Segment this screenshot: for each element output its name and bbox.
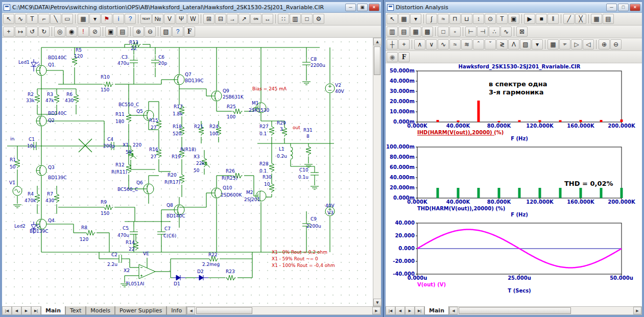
R10-symbol[interactable] — [103, 82, 113, 87]
jump-node-icon[interactable]: ↗ — [238, 14, 250, 24]
info-mode-icon[interactable]: i — [113, 14, 124, 24]
scroll-right-button[interactable]: ▶ — [633, 307, 641, 314]
gnd1-symbol[interactable] — [13, 205, 21, 208]
flag-mode-icon[interactable]: ⚑ — [101, 14, 112, 24]
R31-symbol[interactable] — [306, 145, 311, 156]
hatch-grid-icon[interactable]: ▦ — [410, 27, 421, 37]
tab-text[interactable]: Text — [65, 306, 86, 315]
slope-tool-icon[interactable]: ╱ — [563, 14, 575, 24]
waveform-tool-icon[interactable]: ≈ — [438, 14, 449, 24]
bottom-tool-icon[interactable]: ˇ — [485, 39, 496, 50]
R7-symbol[interactable] — [54, 193, 59, 203]
data-points-icon[interactable]: ∴ — [489, 27, 500, 37]
graphics-mode-icon[interactable]: ▭ — [62, 14, 73, 24]
schematic-drawing[interactable]: R1322R5120C3470uC620pC82200uLed1BD140CQ1… — [2, 38, 373, 306]
font-button-icon[interactable]: F — [184, 27, 195, 37]
ihd-spectrum-chart[interactable]: Hawksford_2SK1530-2SJ201_Rvariable.CIR50… — [386, 63, 639, 142]
probe-tool-icon[interactable]: ⊙ — [485, 14, 496, 24]
close-button[interactable]: × — [630, 4, 640, 11]
R23-symbol[interactable] — [226, 275, 236, 280]
properties-icon[interactable]: ▣ — [508, 14, 519, 24]
gnd4-symbol[interactable] — [311, 186, 319, 189]
tab-main[interactable]: Main — [41, 306, 65, 315]
go-to-flag-icon[interactable]: → — [227, 14, 238, 24]
numeric-grid-icon[interactable]: ▤ — [603, 14, 614, 24]
split-window-icon[interactable]: ▥ — [290, 14, 301, 24]
show-voltages-icon[interactable]: V — [164, 14, 175, 24]
zoom-in-icon[interactable]: ⊕ — [133, 27, 144, 37]
hatch-dense-icon[interactable]: ▩ — [422, 27, 433, 37]
prev-tab-button[interactable]: ◀ — [395, 306, 405, 315]
V2-symbol[interactable] — [325, 84, 335, 93]
horizontal-scroll-thumb[interactable] — [459, 307, 571, 314]
C8-symbol[interactable] — [302, 57, 311, 69]
diagonal-wire-mode-icon[interactable]: ╲ — [50, 14, 61, 24]
gnd3-symbol[interactable] — [302, 82, 311, 85]
next-tab-button[interactable]: ▶ — [405, 306, 415, 315]
wave-double-icon[interactable]: ≈ — [449, 39, 461, 50]
Q3-symbol[interactable] — [36, 165, 46, 176]
error-marker-icon[interactable]: ! — [78, 27, 89, 37]
help-mode-icon[interactable]: ? — [125, 14, 136, 24]
output-waveform-chart[interactable]: 40.00020.0000.000-20.000-40.0000.000u25.… — [386, 218, 639, 295]
text-mode-icon[interactable]: T — [27, 14, 38, 24]
hatch-vertical-icon[interactable]: ▥ — [387, 27, 398, 37]
Q6-symbol[interactable] — [144, 184, 154, 194]
horizontal-scroll-thumb[interactable] — [196, 307, 252, 314]
envelope-tool-icon[interactable]: ≷ — [496, 39, 508, 50]
wave-triple-icon[interactable]: ≋ — [461, 39, 472, 50]
valley-tool-icon[interactable]: ∨ — [426, 39, 437, 50]
paste-picture-icon[interactable]: ▤ — [117, 27, 128, 37]
R11-symbol[interactable] — [126, 113, 131, 123]
tab-info[interactable]: Info — [166, 306, 186, 315]
component-dropdown-icon[interactable]: ▾ — [89, 14, 101, 24]
stop-button-icon[interactable]: ■ — [536, 14, 547, 24]
add-part-icon[interactable]: ⊞ — [203, 14, 214, 24]
color-palette-icon[interactable]: ▧ — [520, 39, 531, 50]
scope-tool-icon[interactable]: ⊓ — [449, 14, 461, 24]
wave-sine-icon[interactable]: ∿ — [438, 39, 449, 50]
grid-toggle-icon[interactable]: ∷ — [278, 14, 289, 24]
C5-symbol[interactable] — [130, 227, 138, 239]
cursor-right-icon[interactable]: ⊣ — [477, 27, 488, 37]
select-arrow-icon[interactable]: ↖ — [387, 14, 398, 24]
Q7-symbol[interactable] — [174, 75, 184, 85]
node-numbers-icon[interactable]: № — [152, 14, 163, 24]
palette-dropdown-icon[interactable]: ▾ — [532, 39, 543, 50]
limits-tool-icon[interactable]: ⊔ — [461, 14, 472, 24]
last-tab-button[interactable]: ▶| — [415, 306, 424, 315]
C3-symbol[interactable] — [130, 55, 138, 67]
prev-tab-button[interactable]: ◀ — [12, 306, 21, 315]
maximize-button[interactable]: □ — [618, 4, 629, 11]
copy-picture-icon[interactable]: ▣ — [105, 27, 116, 37]
tab-models[interactable]: Models — [86, 306, 115, 315]
component-picker-icon[interactable]: ▦ — [398, 14, 410, 24]
minimize-button[interactable]: ─ — [606, 4, 617, 11]
schematic-canvas[interactable]: R1322R5120C3470uC620pC82200uLed1BD140CQ1… — [2, 38, 373, 306]
cursor-left-icon[interactable]: ⊢ — [465, 27, 476, 37]
remove-part-icon[interactable]: ⊟ — [215, 14, 226, 24]
vertical-scroll-thumb[interactable] — [374, 46, 380, 75]
run-button-icon[interactable]: ▶ — [524, 14, 535, 24]
select-arrow-icon[interactable]: ↖ — [3, 14, 14, 24]
horizontal-cursor-icon[interactable]: ┼ — [387, 39, 398, 50]
go-prev-peak-icon[interactable]: ◁ — [583, 39, 594, 50]
sphere-3d-icon[interactable]: ◉ — [387, 52, 398, 62]
restore-button[interactable]: ▣ — [357, 4, 368, 11]
D2-symbol[interactable] — [196, 275, 208, 280]
ortho-wire-mode-icon[interactable]: ⌐ — [38, 14, 50, 24]
spectrum-tool-icon[interactable]: Λ — [508, 39, 519, 50]
pause-button-icon[interactable]: ‖ — [547, 14, 559, 24]
wire-mode-icon[interactable]: ∿ — [15, 14, 26, 24]
next-tab-button[interactable]: ▶ — [21, 306, 31, 315]
V1-symbol[interactable] — [13, 186, 22, 196]
curve-tag-icon[interactable]: ∿ — [500, 27, 512, 37]
C10-symbol[interactable] — [311, 167, 319, 180]
text-stamp-icon[interactable]: TEXT — [140, 14, 152, 24]
dashed-box-icon[interactable]: ▫ — [449, 27, 461, 37]
clear-errors-icon[interactable]: ⊘ — [89, 27, 101, 37]
last-tab-button[interactable]: ▶| — [31, 306, 41, 315]
first-tab-button[interactable]: |◀ — [386, 306, 395, 315]
R3-symbol[interactable] — [54, 93, 59, 104]
font-button-icon[interactable]: F — [398, 52, 410, 62]
